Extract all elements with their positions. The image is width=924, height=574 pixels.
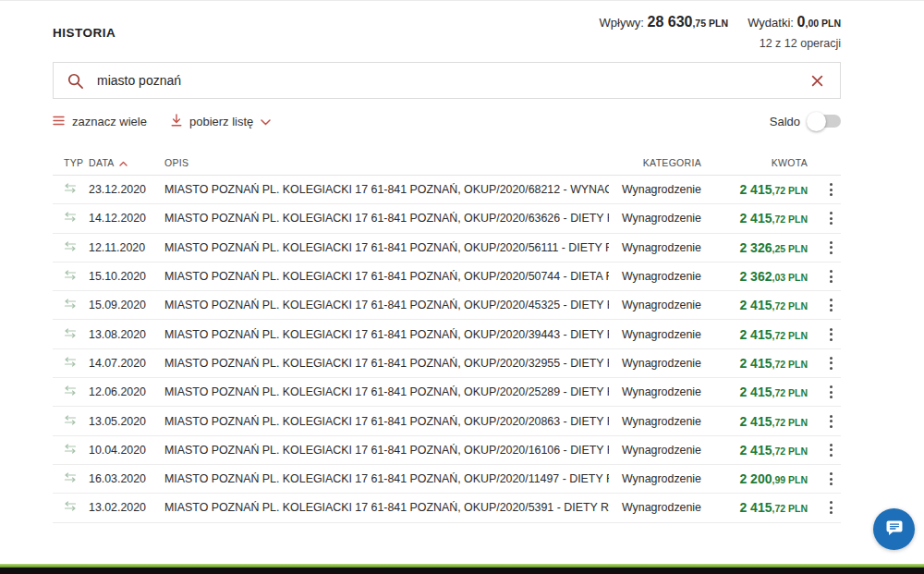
row-menu-icon[interactable] — [827, 470, 835, 488]
list-toolbar: zaznacz wiele pobierz listę Saldo — [53, 111, 841, 131]
table-row[interactable]: 14.12.2020 MIASTO POZNAŃ PL. KOLEGIACKI … — [53, 204, 841, 233]
download-list-button[interactable]: pobierz listę — [171, 114, 271, 129]
outflows-decimals: ,00 PLN — [805, 18, 841, 29]
transaction-amount: 2 415,72 PLN — [701, 414, 808, 429]
transaction-date: 15.09.2020 — [89, 299, 164, 311]
header-kategoria: KATEGORIA — [609, 157, 701, 168]
transaction-description: MIASTO POZNAŃ PL. KOLEGIACKI 17 61-841 P… — [164, 183, 609, 196]
inflows-value: 28 630 — [648, 14, 693, 30]
outflows-label: Wydatki: — [748, 16, 794, 30]
transaction-description: MIASTO POZNAŃ PL. KOLEGIACKI 17 61-841 P… — [164, 444, 609, 457]
transfer-icon — [64, 385, 77, 398]
row-menu-icon[interactable] — [827, 441, 835, 459]
transaction-amount: 2 362,03 PLN — [701, 269, 808, 284]
row-menu-icon[interactable] — [827, 498, 835, 517]
transfer-icon — [64, 299, 77, 311]
transaction-date: 15.10.2020 — [89, 270, 164, 283]
table-row[interactable]: 12.06.2020 MIASTO POZNAŃ PL. KOLEGIACKI … — [53, 378, 841, 407]
select-many-button[interactable]: zaznacz wiele — [53, 115, 147, 128]
row-menu-icon[interactable] — [827, 238, 835, 257]
table-row[interactable]: 15.09.2020 MIASTO POZNAŃ PL. KOLEGIACKI … — [53, 291, 841, 320]
transfer-icon — [64, 501, 77, 514]
transaction-description: MIASTO POZNAŃ PL. KOLEGIACKI 17 61-841 P… — [164, 415, 609, 428]
row-menu-icon[interactable] — [827, 412, 835, 431]
transaction-amount: 2 415,72 PLN — [701, 385, 808, 399]
chat-button[interactable] — [873, 508, 915, 550]
transaction-category: Wynagrodzenie — [609, 501, 701, 514]
transaction-category: Wynagrodzenie — [609, 241, 701, 254]
transaction-amount: 2 415,72 PLN — [701, 211, 808, 226]
transaction-date: 13.05.2020 — [89, 415, 164, 428]
transaction-category: Wynagrodzenie — [609, 328, 701, 341]
search-bar — [53, 62, 841, 99]
page-footer — [0, 564, 924, 574]
header-typ: TYP — [53, 157, 89, 168]
transaction-description: MIASTO POZNAŃ PL. KOLEGIACKI 17 61-841 P… — [164, 385, 609, 398]
operations-count: 12 z 12 operacji — [600, 37, 842, 50]
transfer-icon — [64, 472, 77, 485]
chat-icon — [883, 517, 906, 543]
inflows-decimals: ,75 PLN — [692, 18, 728, 29]
row-menu-icon[interactable] — [827, 325, 835, 344]
search-input[interactable] — [97, 73, 808, 88]
transaction-date: 10.04.2020 — [89, 444, 164, 457]
table-row[interactable]: 13.08.2020 MIASTO POZNAŃ PL. KOLEGIACKI … — [53, 320, 841, 348]
transaction-category: Wynagrodzenie — [609, 385, 701, 398]
select-many-label: zaznacz wiele — [72, 115, 147, 128]
transaction-date: 12.11.2020 — [89, 241, 164, 254]
saldo-label: Saldo — [770, 115, 800, 128]
footer-black-bar — [0, 568, 924, 574]
download-icon — [171, 114, 182, 129]
select-many-icon — [53, 115, 65, 128]
transaction-category: Wynagrodzenie — [609, 212, 701, 225]
transfer-icon — [64, 270, 77, 283]
row-menu-icon[interactable] — [827, 209, 835, 227]
row-menu-icon[interactable] — [827, 267, 835, 286]
transaction-category: Wynagrodzenie — [609, 357, 701, 370]
transfer-icon — [64, 212, 77, 225]
transaction-description: MIASTO POZNAŃ PL. KOLEGIACKI 17 61-841 P… — [164, 501, 609, 514]
transaction-description: MIASTO POZNAŃ PL. KOLEGIACKI 17 61-841 P… — [164, 472, 609, 485]
transaction-category: Wynagrodzenie — [609, 415, 701, 428]
header-data[interactable]: DATA — [89, 157, 164, 168]
history-header: HISTORIA Wpływy: 28 630,75 PLN Wydatki: … — [53, 14, 841, 50]
table-row[interactable]: 10.04.2020 MIASTO POZNAŃ PL. KOLEGIACKI … — [53, 436, 841, 465]
top-divider — [0, 0, 924, 1]
saldo-toggle-group: Saldo — [770, 115, 841, 128]
transaction-description: MIASTO POZNAŃ PL. KOLEGIACKI 17 61-841 P… — [164, 270, 609, 283]
transaction-amount: 2 415,72 PLN — [701, 327, 808, 342]
transaction-amount: 2 200,99 PLN — [701, 471, 808, 486]
header-kwota: KWOTA — [701, 157, 808, 168]
chevron-down-icon — [261, 115, 271, 128]
transfer-icon — [64, 183, 77, 196]
transaction-date: 13.02.2020 — [89, 501, 164, 514]
transfer-icon — [64, 328, 77, 341]
table-row[interactable]: 15.10.2020 MIASTO POZNAŃ PL. KOLEGIACKI … — [53, 263, 841, 291]
clear-search-icon[interactable] — [808, 71, 827, 91]
download-list-label: pobierz listę — [189, 115, 253, 128]
table-row[interactable]: 23.12.2020 MIASTO POZNAŃ PL. KOLEGIACKI … — [53, 176, 841, 204]
transaction-description: MIASTO POZNAŃ PL. KOLEGIACKI 17 61-841 P… — [164, 299, 609, 311]
transaction-category: Wynagrodzenie — [609, 444, 701, 457]
table-row[interactable]: 12.11.2020 MIASTO POZNAŃ PL. KOLEGIACKI … — [53, 234, 841, 263]
table-row[interactable]: 16.03.2020 MIASTO POZNAŃ PL. KOLEGIACKI … — [53, 465, 841, 494]
row-menu-icon[interactable] — [827, 354, 835, 372]
transaction-category: Wynagrodzenie — [609, 472, 701, 485]
transaction-category: Wynagrodzenie — [609, 270, 701, 283]
row-menu-icon[interactable] — [827, 383, 835, 401]
table-row[interactable]: 13.05.2020 MIASTO POZNAŃ PL. KOLEGIACKI … — [53, 407, 841, 435]
table-row[interactable]: 13.02.2020 MIASTO POZNAŃ PL. KOLEGIACKI … — [53, 494, 841, 522]
transaction-date: 16.03.2020 — [89, 472, 164, 485]
row-menu-icon[interactable] — [827, 296, 835, 314]
table-row[interactable]: 14.07.2020 MIASTO POZNAŃ PL. KOLEGIACKI … — [53, 349, 841, 378]
transfer-icon — [64, 444, 77, 457]
transaction-amount: 2 415,72 PLN — [701, 500, 808, 515]
saldo-toggle[interactable] — [809, 115, 841, 128]
header-opis: OPIS — [164, 157, 609, 168]
transaction-category: Wynagrodzenie — [609, 183, 701, 196]
inflows-label: Wpływy: — [600, 16, 644, 30]
transaction-list: 23.12.2020 MIASTO POZNAŃ PL. KOLEGIACKI … — [53, 176, 841, 523]
transaction-date: 14.07.2020 — [89, 357, 164, 370]
row-menu-icon[interactable] — [827, 180, 835, 199]
summary-block: Wpływy: 28 630,75 PLN Wydatki: 0,00 PLN … — [600, 14, 842, 50]
